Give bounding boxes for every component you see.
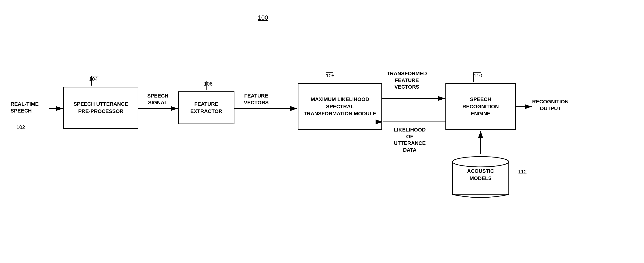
speech-recognition-engine-box: SPEECHRECOGNITIONENGINE [446,83,516,130]
ref-110-bracket [457,70,485,83]
recognition-output-label: RECOGNITIONOUTPUT [532,98,568,112]
speech-signal-label: SPEECHSIGNAL [147,92,168,106]
acoustic-models-container: ACOUSTICMODELS [450,155,511,202]
feature-extractor-box: FEATUREEXTRACTOR [178,92,234,124]
likelihood-utterance-data-label: LIKELIHOODOFUTTERANCEDATA [394,126,426,153]
svg-point-1 [452,156,509,167]
ref-102: 102 [16,124,25,130]
figure-number: 100 [258,14,268,21]
diagram-container: 100 REAL-TIMESPEECH 102 SPEECH UTTERANCE… [0,0,644,263]
speech-utterance-preprocessor-box: SPEECH UTTERANCEPRE-PROCESSOR [63,87,138,129]
ref-112: 112 [518,169,527,175]
ref-108-bracket [310,70,338,83]
transformed-feature-vectors-label: TRANSFORMEDFEATUREVECTORS [387,70,427,90]
diagram-arrows [0,0,644,263]
real-time-speech-label: REAL-TIMESPEECH [10,101,39,114]
acoustic-models-label: ACOUSTICMODELS [450,168,511,182]
ref-106-bracket [192,78,216,92]
feature-vectors-label: FEATUREVECTORS [244,92,269,106]
mlst-module-box: MAXIMUM LIKELIHOODSPECTRALTRANSFORMATION… [298,83,382,130]
ref-104-bracket [77,74,101,87]
